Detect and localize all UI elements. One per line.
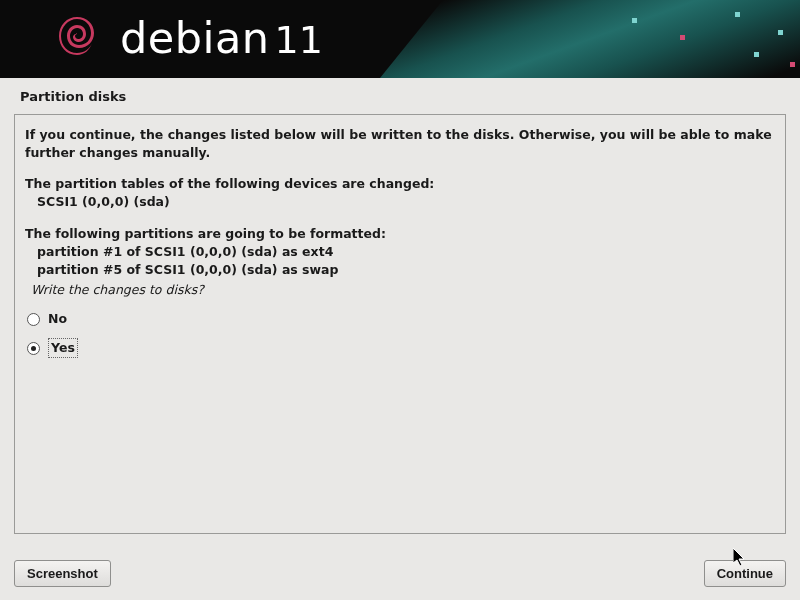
format-entry-2: partition #5 of SCSI1 (0,0,0) (sda) as s… <box>25 261 775 279</box>
logo-container: debian11 <box>52 13 323 63</box>
radio-yes-label: Yes <box>48 338 78 358</box>
content-panel: If you continue, the changes listed belo… <box>14 114 786 534</box>
brand-name: debian11 <box>120 13 323 63</box>
radio-option-yes[interactable]: Yes <box>25 333 775 363</box>
tables-heading: The partition tables of the following de… <box>25 175 775 193</box>
screenshot-button[interactable]: Screenshot <box>14 560 111 587</box>
radio-no-icon <box>27 313 40 326</box>
page-title: Partition disks <box>0 78 800 114</box>
format-heading: The following partitions are going to be… <box>25 225 775 243</box>
warning-text: If you continue, the changes listed belo… <box>25 126 775 162</box>
debian-swirl-icon <box>52 13 102 63</box>
installer-header: debian11 <box>0 0 800 78</box>
radio-yes-icon <box>27 342 40 355</box>
continue-button[interactable]: Continue <box>704 560 786 587</box>
format-entry-1: partition #1 of SCSI1 (0,0,0) (sda) as e… <box>25 243 775 261</box>
radio-option-no[interactable]: No <box>25 305 775 333</box>
radio-no-label: No <box>48 310 67 328</box>
prompt-text: Write the changes to disks? <box>25 281 775 299</box>
footer: Screenshot Continue <box>0 547 800 600</box>
header-decoration <box>600 0 800 78</box>
tables-entry: SCSI1 (0,0,0) (sda) <box>25 193 775 211</box>
